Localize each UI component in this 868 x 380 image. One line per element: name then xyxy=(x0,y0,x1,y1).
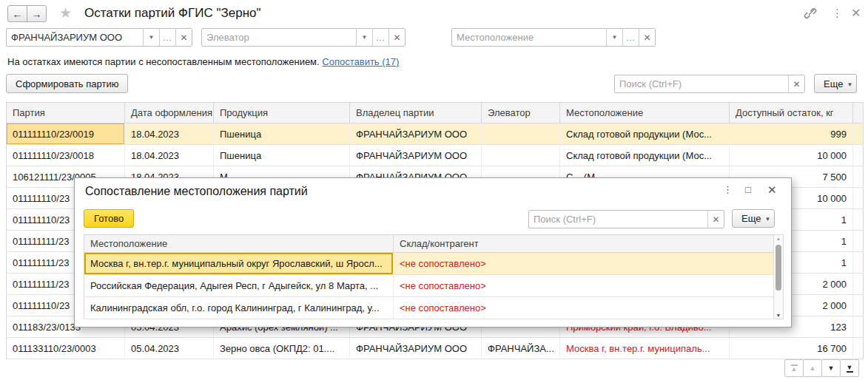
dialog-counterparty-cell[interactable]: <не сопоставлено> xyxy=(394,253,774,275)
table-cell[interactable]: 05.04.2023 xyxy=(125,338,214,359)
search-clear-icon[interactable]: ✕ xyxy=(788,75,804,92)
dialog-table-body: Москва г, вн.тер.г. муниципальный округ … xyxy=(84,253,774,319)
scroll-down-icon[interactable]: ▼ xyxy=(774,313,783,318)
location-clear-icon[interactable]: ✕ xyxy=(639,29,655,46)
scroll-strip-cell xyxy=(853,231,864,252)
scroll-strip-cell xyxy=(853,188,864,209)
column-header-date[interactable]: Дата оформления xyxy=(125,103,214,123)
dialog-location-cell[interactable]: Калининградская обл, г.о. город Калининг… xyxy=(84,297,394,319)
table-cell[interactable]: 18.04.2023 xyxy=(125,123,214,145)
elevator-filter-input[interactable] xyxy=(202,29,356,46)
table-row[interactable]: 011133110/23/000305.04.2023Зерно овса (О… xyxy=(7,338,864,359)
match-location-dialog: Сопоставление местоположения партий ⋮ □ … xyxy=(74,177,792,328)
table-cell[interactable]: 16 700 xyxy=(730,338,853,359)
form-batch-button[interactable]: Сформировать партию xyxy=(6,74,128,93)
table-cell[interactable]: Москва г, вн.тер.г. муниципаль... xyxy=(560,338,730,359)
dialog-close-icon[interactable]: ✕ xyxy=(767,183,777,197)
table-cell[interactable]: 011111110/23/0019 xyxy=(7,123,125,145)
table-cell[interactable]: ФРАНЧАЙЗАРИУМ ООО xyxy=(350,338,482,359)
copy-link-icon[interactable] xyxy=(804,7,817,20)
dialog-column-location[interactable]: Местоположение xyxy=(84,235,394,253)
table-cell[interactable]: Склад готовой продукции (Мос... xyxy=(560,123,730,145)
scroll-strip-cell xyxy=(853,274,864,295)
column-header-owner[interactable]: Владелец партии xyxy=(350,103,482,123)
more-button[interactable]: Еще▼ xyxy=(814,74,857,93)
dialog-menu-icon[interactable]: ⋮ xyxy=(723,184,733,195)
table-cell[interactable]: ФРАНЧАЙЗАРИУМ ООО xyxy=(350,123,482,145)
dialog-more-button[interactable]: Еще▼ xyxy=(732,209,775,228)
column-header-spacer xyxy=(853,103,864,123)
elevator-filter-field: ▼ ... ✕ xyxy=(201,28,406,47)
dialog-table-row[interactable]: Москва г, вн.тер.г. муниципальный округ … xyxy=(84,253,774,275)
dialog-table-row[interactable]: Калининградская обл, г.о. город Калининг… xyxy=(84,297,774,319)
owner-clear-icon[interactable]: ✕ xyxy=(175,29,192,46)
table-cell[interactable]: 011133110/23/0003 xyxy=(7,338,125,359)
table-cell[interactable] xyxy=(482,123,560,145)
go-next-button[interactable]: ▼ xyxy=(821,359,841,377)
list-nav-buttons: ▲ ▲ ▼ ▼ xyxy=(785,359,859,377)
dialog-counterparty-cell[interactable]: <не сопоставлено> xyxy=(394,297,774,319)
window-menu-icon[interactable]: ⋮ xyxy=(832,7,843,20)
table-cell[interactable]: 011111110/23/0018 xyxy=(7,145,125,166)
dialog-header-row: Местоположение Склад/контрагент xyxy=(84,235,774,253)
dialog-search-clear-icon[interactable]: ✕ xyxy=(707,211,724,228)
column-header-batch[interactable]: Партия xyxy=(7,103,125,123)
dialog-location-cell[interactable]: Москва г, вн.тер.г. муниципальный округ … xyxy=(84,253,394,275)
table-search-field: ✕ xyxy=(614,75,805,93)
location-filter-input[interactable] xyxy=(452,29,606,46)
table-cell[interactable]: Пшеница xyxy=(214,145,350,166)
dialog-maximize-icon[interactable]: □ xyxy=(745,184,751,195)
owner-dropdown-icon[interactable]: ▼ xyxy=(143,29,159,46)
location-choose-icon[interactable]: ... xyxy=(622,29,639,46)
column-header-remainder[interactable]: Доступный остаток, кг xyxy=(730,103,853,123)
scroll-thumb[interactable] xyxy=(776,245,781,291)
table-row[interactable]: 011111110/23/001818.04.2023ПшеницаФРАНЧА… xyxy=(7,145,864,166)
favorite-star-icon[interactable]: ★ xyxy=(59,4,72,21)
dialog-table: Местоположение Склад/контрагент Москва г… xyxy=(84,234,774,319)
back-button[interactable]: ← xyxy=(7,5,27,22)
chevron-down-icon: ▼ xyxy=(764,216,770,223)
table-cell[interactable] xyxy=(482,145,560,166)
column-header-elevator[interactable]: Элеватор xyxy=(482,103,560,123)
dialog-location-cell[interactable]: Российская Федерация, Адыгея Респ, г Ады… xyxy=(84,275,394,297)
dialog-table-row[interactable]: Российская Федерация, Адыгея Респ, г Ады… xyxy=(84,275,774,297)
dialog-search-input[interactable] xyxy=(529,211,707,228)
elevator-clear-icon[interactable]: ✕ xyxy=(388,29,405,46)
dialog-scrollbar[interactable]: ▲ ▼ xyxy=(773,234,784,319)
elevator-choose-icon[interactable]: ... xyxy=(372,29,388,46)
table-header-row: Партия Дата оформления Продукция Владеле… xyxy=(7,103,864,123)
go-prev-button[interactable]: ▲ xyxy=(803,359,822,377)
table-cell[interactable]: 18.04.2023 xyxy=(125,145,214,166)
table-cell[interactable]: Склад готовой продукции (Мос... xyxy=(560,145,730,166)
location-filter-field: ▼ ... ✕ xyxy=(451,28,656,47)
dialog-title: Сопоставление местоположения партий xyxy=(85,185,308,198)
dialog-column-counterparty[interactable]: Склад/контрагент xyxy=(394,235,774,253)
dialog-counterparty-cell[interactable]: <не сопоставлено> xyxy=(394,275,774,297)
go-last-button[interactable]: ▼ xyxy=(840,359,859,377)
match-link[interactable]: Сопоставить (17) xyxy=(322,56,399,67)
table-cell[interactable]: ФРАНЧАЙЗАРИУМ ООО xyxy=(350,145,482,166)
scroll-strip-cell xyxy=(853,338,864,359)
table-cell[interactable]: 10 000 xyxy=(730,145,853,166)
scroll-up-icon[interactable]: ▲ xyxy=(774,236,783,241)
table-cell[interactable]: Зерно овса (ОКПД2: 01.... xyxy=(214,338,350,359)
owner-choose-icon[interactable]: ... xyxy=(159,29,175,46)
table-search-input[interactable] xyxy=(615,75,788,92)
scroll-strip-cell xyxy=(853,295,864,316)
column-header-location[interactable]: Местоположение xyxy=(560,103,730,123)
done-button[interactable]: Готово xyxy=(84,209,134,228)
table-cell[interactable]: 999 xyxy=(730,123,853,145)
table-cell[interactable]: Пшеница xyxy=(214,123,350,145)
window-close-icon[interactable]: ✕ xyxy=(851,6,861,20)
go-first-button[interactable]: ▲ xyxy=(784,359,804,377)
dialog-search-field: ✕ xyxy=(528,210,724,228)
location-dropdown-icon[interactable]: ▼ xyxy=(606,29,622,46)
forward-button[interactable]: → xyxy=(27,5,47,22)
column-header-product[interactable]: Продукция xyxy=(214,103,350,123)
notice-text: На остатках имеются партии с несопоставл… xyxy=(7,56,320,67)
table-cell[interactable]: ФРАНЧАЙЗА... xyxy=(482,338,560,359)
scroll-strip-cell xyxy=(853,145,864,166)
table-row[interactable]: 011111110/23/001918.04.2023ПшеницаФРАНЧА… xyxy=(7,123,864,145)
elevator-dropdown-icon[interactable]: ▼ xyxy=(356,29,372,46)
owner-filter-input[interactable] xyxy=(7,29,143,46)
